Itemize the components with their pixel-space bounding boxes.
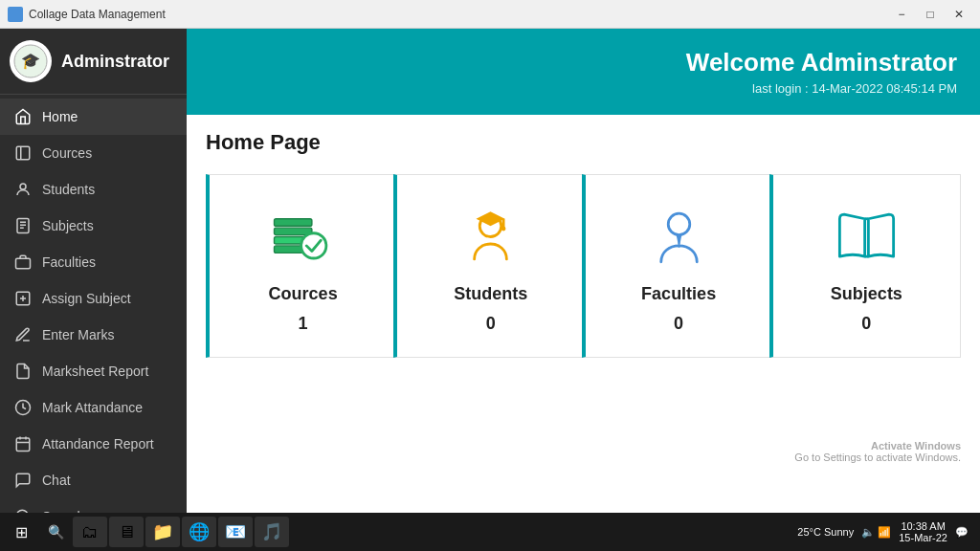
title-bar: Collage Data Management − □ ✕ xyxy=(0,0,980,29)
system-icons: 🔈 📶 xyxy=(861,526,891,539)
subjects-card-count: 0 xyxy=(861,314,871,334)
svg-marker-37 xyxy=(676,234,681,243)
sidebar-item-courses-label: Cources xyxy=(42,145,92,161)
maximize-button[interactable]: □ xyxy=(917,5,944,24)
sidebar-nav: Home Cources Students Subjects xyxy=(0,95,187,513)
faculties-card-label: Faculties xyxy=(641,284,716,304)
sidebar-item-marksheet-label: Marksheet Report xyxy=(42,364,148,379)
clock-time: 10:38 AM xyxy=(901,520,945,532)
svg-point-34 xyxy=(501,226,506,231)
sidebar-item-subjects-label: Subjects xyxy=(42,218,94,233)
sidebar-item-home-label: Home xyxy=(42,109,78,124)
sidebar-item-students[interactable]: Students xyxy=(0,171,187,208)
sidebar-item-assign-subject[interactable]: Assign Subject xyxy=(0,280,187,317)
sidebar: 🎓 Adminstrator Home Cources xyxy=(0,29,187,513)
taskbar-search-button[interactable]: 🔍 xyxy=(40,517,71,547)
taskbar-app-2[interactable]: 🖥 xyxy=(109,517,144,547)
taskbar-right: 25°C Sunny 🔈 📶 10:38 AM 15-Mar-22 💬 xyxy=(790,520,976,543)
activate-windows-notice: Activate Windows Go to Settings to activ… xyxy=(794,440,961,463)
app-icon xyxy=(8,7,23,22)
cards-grid: Cources 1 xyxy=(206,174,961,358)
card-courses[interactable]: Cources 1 xyxy=(206,174,397,358)
students-card-count: 0 xyxy=(486,314,496,334)
card-subjects[interactable]: Subjects 0 xyxy=(769,174,961,358)
enter-marks-icon xyxy=(13,325,33,344)
svg-rect-26 xyxy=(275,218,312,226)
activate-sub: Go to Settings to activate Windows. xyxy=(794,452,961,463)
students-icon xyxy=(13,180,33,199)
sidebar-item-mark-attendance[interactable]: Mark Attandance xyxy=(0,389,187,426)
faculties-card-icon xyxy=(640,198,717,275)
subjects-icon xyxy=(13,216,33,235)
taskbar: ⊞ 🔍 🗂 🖥 📁 🌐 📧 🎵 25°C Sunny 🔈 📶 10:38 AM … xyxy=(0,513,980,551)
card-faculties[interactable]: Faculties 0 xyxy=(582,174,773,358)
svg-point-35 xyxy=(668,213,690,235)
sidebar-item-home[interactable]: Home xyxy=(0,99,187,135)
taskbar-clock: 10:38 AM 15-Mar-22 xyxy=(899,520,947,543)
taskbar-app-6[interactable]: 🎵 xyxy=(255,517,289,547)
sidebar-item-att-report-label: Attandance Report xyxy=(42,436,154,452)
clock-date: 15-Mar-22 xyxy=(899,532,947,543)
header-banner: Welcome Adminstrator last login : 14-Mar… xyxy=(187,29,980,115)
logo: 🎓 xyxy=(10,40,52,82)
sidebar-item-courses[interactable]: Cources xyxy=(0,135,187,171)
sidebar-item-search[interactable]: Search xyxy=(0,498,187,513)
sidebar-item-attendance-report[interactable]: Attandance Report xyxy=(0,426,187,462)
sidebar-item-faculties[interactable]: Faculties xyxy=(0,244,187,280)
svg-rect-9 xyxy=(16,258,31,269)
sidebar-item-mark-att-label: Mark Attandance xyxy=(42,400,143,415)
svg-rect-27 xyxy=(275,228,312,235)
assign-subject-icon xyxy=(13,289,33,308)
window-title: Collage Data Management xyxy=(29,8,888,21)
page-area: Home Page xyxy=(187,115,980,513)
window-controls: − □ ✕ xyxy=(888,5,972,24)
start-button[interactable]: ⊞ xyxy=(4,517,38,547)
home-icon xyxy=(13,107,33,126)
sidebar-header: 🎓 Adminstrator xyxy=(0,29,187,95)
sidebar-item-marks-label: Enter Marks xyxy=(42,327,114,342)
courses-card-count: 1 xyxy=(299,314,308,334)
taskbar-app-4[interactable]: 🌐 xyxy=(182,517,216,547)
taskbar-app-3[interactable]: 📁 xyxy=(145,517,180,547)
courses-icon xyxy=(13,143,33,163)
students-card-label: Students xyxy=(454,284,527,304)
minimize-button[interactable]: − xyxy=(888,5,915,24)
sidebar-item-chat-label: Chat xyxy=(42,473,71,488)
svg-text:🎓: 🎓 xyxy=(21,52,40,70)
activate-title: Activate Windows xyxy=(794,440,961,452)
last-login: last login : 14-Mar-2022 08:45:14 PM xyxy=(752,81,957,96)
svg-rect-2 xyxy=(16,146,30,160)
app-container: 🎓 Adminstrator Home Cources xyxy=(0,29,980,513)
svg-rect-14 xyxy=(16,438,30,452)
close-button[interactable]: ✕ xyxy=(946,5,972,24)
notification-icon[interactable]: 💬 xyxy=(955,526,969,539)
students-card-icon xyxy=(453,198,529,275)
main-content: Welcome Adminstrator last login : 14-Mar… xyxy=(187,29,980,513)
subjects-card-label: Subjects xyxy=(831,284,902,304)
welcome-title: Welcome Adminstrator xyxy=(686,48,957,77)
taskbar-pinned-apps: 🗂 🖥 📁 🌐 📧 🎵 xyxy=(73,517,788,547)
faculties-icon xyxy=(13,253,33,272)
sidebar-item-marksheet-report[interactable]: Marksheet Report xyxy=(0,353,187,389)
courses-card-icon xyxy=(265,198,342,275)
sidebar-item-faculties-label: Faculties xyxy=(42,254,96,270)
sidebar-item-chat[interactable]: Chat xyxy=(0,462,187,498)
marksheet-icon xyxy=(13,362,33,381)
attendance-report-icon xyxy=(13,434,33,453)
taskbar-app-1[interactable]: 🗂 xyxy=(73,517,107,547)
page-title: Home Page xyxy=(206,130,961,155)
chat-icon xyxy=(13,471,33,490)
sidebar-item-subjects[interactable]: Subjects xyxy=(0,208,187,244)
courses-card-label: Cources xyxy=(269,284,338,304)
admin-name: Adminstrator xyxy=(61,52,169,72)
sidebar-item-assign-label: Assign Subject xyxy=(42,291,131,306)
sidebar-item-enter-marks[interactable]: Enter Marks xyxy=(0,317,187,353)
faculties-card-count: 0 xyxy=(674,314,683,334)
taskbar-app-5[interactable]: 📧 xyxy=(218,517,253,547)
weather-info: 25°C Sunny xyxy=(797,526,854,538)
mark-attendance-icon xyxy=(13,398,33,417)
card-students[interactable]: Students 0 xyxy=(393,174,585,358)
subjects-card-icon xyxy=(828,198,904,275)
svg-point-30 xyxy=(301,232,326,257)
logo-icon: 🎓 xyxy=(13,44,48,78)
